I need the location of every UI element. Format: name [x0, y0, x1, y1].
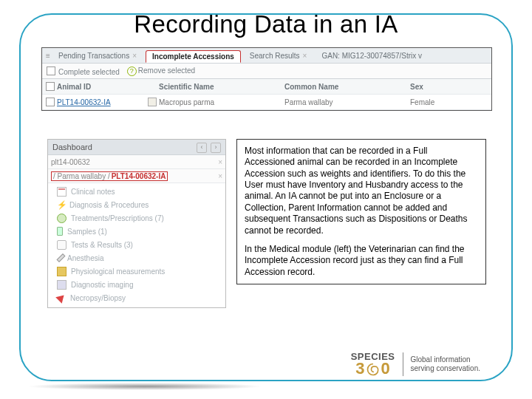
bolt-icon: ⚡: [57, 201, 65, 209]
breadcrumb-row-2: / Parma wallaby / PLT14-00632-IA ×: [48, 169, 225, 183]
tree-item-physio[interactable]: Physiological measurements: [48, 265, 225, 278]
remove-selected-button[interactable]: ?Remove selected: [127, 66, 195, 76]
tab-pending-transactions[interactable]: Pending Transactions×: [52, 50, 143, 61]
paragraph-2: In the Medical module (left) the Veterin…: [245, 244, 478, 278]
top-screenshot-panel: ≡ Pending Transactions× Incomplete Acces…: [41, 47, 492, 111]
clipboard-icon: [57, 240, 66, 250]
table-row[interactable]: PLT14-00632-IA Macropus parma Parma wall…: [42, 95, 491, 110]
tree-item-treatments[interactable]: Treatments/Prescriptions (7): [48, 211, 225, 225]
decorative-shadow: [27, 383, 263, 390]
tube-icon: [57, 227, 63, 236]
logo-digit-0: 0: [381, 361, 390, 377]
breadcrumb-item[interactable]: plt14-00632: [51, 158, 90, 166]
col-common-name[interactable]: Common Name: [284, 83, 410, 91]
syringe-icon: [56, 253, 65, 262]
species360-logo: SPECIES 3 0: [351, 352, 395, 377]
highlighted-breadcrumb: / Parma wallaby / PLT14-00632-IA: [51, 171, 168, 181]
vertical-separator: [403, 352, 403, 376]
tree-item-tests[interactable]: Tests & Results (3): [48, 238, 225, 251]
complete-selected-button[interactable]: Complete selected: [47, 66, 120, 76]
paragraph-1: Most information that can be recorded in…: [245, 146, 478, 236]
tree-item-clinical-notes[interactable]: Clinical notes: [48, 185, 225, 198]
ruler-icon: [57, 267, 66, 276]
cell-common-name: Parma wallaby: [284, 98, 410, 106]
close-icon[interactable]: ×: [218, 158, 222, 166]
scalpel-icon: [55, 292, 67, 304]
breadcrumb-link-ia[interactable]: PLT14-00632-IA: [112, 172, 166, 180]
tree-item-anesthesia[interactable]: Anesthesia: [48, 251, 225, 265]
logo-digit-3: 3: [355, 361, 364, 377]
close-icon[interactable]: ×: [303, 52, 307, 60]
tab-gan-record[interactable]: GAN: MIG12-30074857/Strix v: [316, 50, 428, 61]
help-icon: ?: [127, 66, 137, 76]
tab-incomplete-accessions[interactable]: Incomplete Accessions: [146, 50, 241, 63]
logo-tagline: Global information serving conservation.: [411, 355, 481, 373]
explanation-box: Most information that can be recorded in…: [236, 139, 486, 284]
checkbox-icon: [47, 66, 55, 75]
col-animal-id[interactable]: Animal ID: [57, 83, 146, 91]
navigation-tree: Clinical notes ⚡Diagnosis & Procedures T…: [48, 183, 225, 307]
tree-item-imaging[interactable]: Diagnostic imaging: [48, 278, 225, 291]
footer-logo-area: SPECIES 3 0 Global information serving c…: [351, 352, 480, 377]
cell-animal-id[interactable]: PLT14-00632-IA: [57, 98, 146, 106]
nav-forward-icon[interactable]: ›: [211, 143, 221, 153]
cell-scientific-name: Macropus parma: [159, 98, 284, 106]
tree-item-necropsy[interactable]: Necropsy/Biopsy: [48, 291, 225, 304]
globe-icon: [57, 214, 66, 223]
dashboard-title: Dashboard: [52, 143, 92, 151]
close-icon[interactable]: ×: [218, 172, 222, 180]
dashboard-panel: Dashboard ‹ › plt14-00632 × / Parma wall…: [47, 139, 226, 308]
row-checkbox[interactable]: [46, 98, 55, 106]
col-scientific-name[interactable]: Scientific Name: [159, 83, 284, 91]
calendar-icon: [57, 187, 66, 197]
slide-title: Recording Data in an IA: [0, 10, 532, 38]
tree-item-samples[interactable]: Samples (1): [48, 225, 225, 238]
column-headers: Animal ID Scientific Name Common Name Se…: [42, 79, 491, 95]
col-sex[interactable]: Sex: [410, 83, 490, 91]
close-icon[interactable]: ×: [132, 52, 137, 60]
panel-toolbar: Complete selected ?Remove selected: [42, 64, 491, 79]
breadcrumb-row-1: plt14-00632 ×: [48, 155, 225, 169]
tab-scroll-left-icon[interactable]: ≡: [44, 52, 52, 60]
cell-sex: Female: [410, 98, 490, 106]
tree-item-diagnosis[interactable]: ⚡Diagnosis & Procedures: [48, 198, 225, 211]
note-icon[interactable]: [148, 98, 157, 106]
swirl-6-icon: [366, 362, 381, 377]
scan-icon: [57, 280, 66, 290]
tab-search-results[interactable]: Search Results×: [244, 50, 313, 61]
select-all-checkbox[interactable]: [46, 82, 55, 91]
dashboard-header: Dashboard ‹ ›: [48, 140, 225, 155]
nav-back-icon[interactable]: ‹: [197, 143, 207, 153]
tab-strip: ≡ Pending Transactions× Incomplete Acces…: [42, 48, 491, 64]
dashboard-nav-buttons: ‹ ›: [195, 142, 221, 153]
breadcrumb-prefix: / Parma wallaby /: [53, 172, 110, 180]
